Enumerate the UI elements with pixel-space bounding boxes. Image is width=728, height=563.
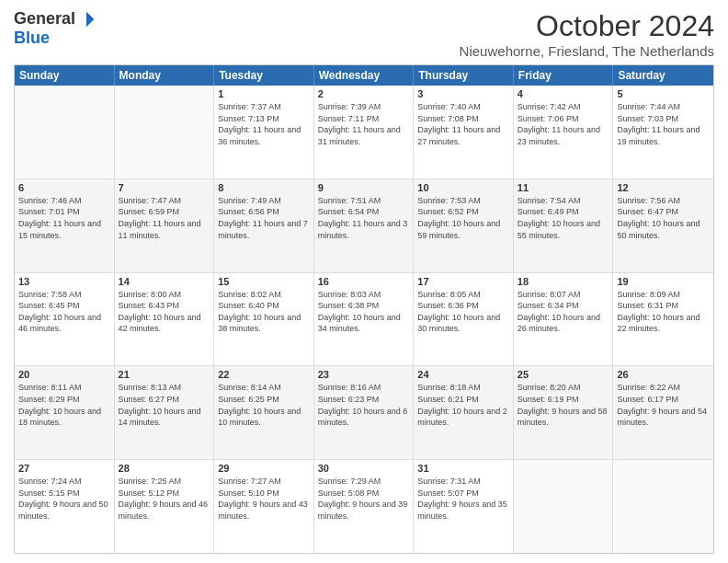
calendar-cell-28: 28Sunrise: 7:25 AM Sunset: 5:12 PM Dayli… <box>115 460 215 553</box>
calendar-cell-2: 2Sunrise: 7:39 AM Sunset: 7:11 PM Daylig… <box>314 86 415 178</box>
cell-info-6: Sunrise: 7:46 AM Sunset: 7:01 PM Dayligh… <box>18 195 110 241</box>
day-monday: Monday <box>115 65 215 86</box>
cell-date-25: 25 <box>518 369 609 380</box>
cell-info-11: Sunrise: 7:54 AM Sunset: 6:49 PM Dayligh… <box>518 195 609 241</box>
cell-date-14: 14 <box>119 276 210 287</box>
cell-date-7: 7 <box>119 182 210 193</box>
calendar: Sunday Monday Tuesday Wednesday Thursday… <box>14 64 714 554</box>
cell-info-18: Sunrise: 8:07 AM Sunset: 6:34 PM Dayligh… <box>518 289 609 335</box>
cell-info-23: Sunrise: 8:16 AM Sunset: 6:23 PM Dayligh… <box>318 382 410 428</box>
cell-date-16: 16 <box>318 276 410 287</box>
cell-info-10: Sunrise: 7:53 AM Sunset: 6:52 PM Dayligh… <box>417 195 509 241</box>
empty-cell <box>115 86 215 178</box>
cell-date-21: 21 <box>119 369 210 380</box>
location-title: Nieuwehorne, Friesland, The Netherlands <box>460 43 714 59</box>
cell-date-24: 24 <box>417 369 509 380</box>
cell-info-31: Sunrise: 7:31 AM Sunset: 5:07 PM Dayligh… <box>417 476 509 522</box>
calendar-cell-27: 27Sunrise: 7:24 AM Sunset: 5:15 PM Dayli… <box>15 460 115 553</box>
cell-info-22: Sunrise: 8:14 AM Sunset: 6:25 PM Dayligh… <box>218 382 310 428</box>
logo-blue-text: Blue <box>14 29 50 48</box>
cell-info-2: Sunrise: 7:39 AM Sunset: 7:11 PM Dayligh… <box>318 101 410 147</box>
calendar-cell-30: 30Sunrise: 7:29 AM Sunset: 5:08 PM Dayli… <box>314 460 415 553</box>
calendar-cell-15: 15Sunrise: 8:02 AM Sunset: 6:40 PM Dayli… <box>214 273 314 366</box>
cell-info-26: Sunrise: 8:22 AM Sunset: 6:17 PM Dayligh… <box>617 382 710 428</box>
calendar-cell-12: 12Sunrise: 7:56 AM Sunset: 6:47 PM Dayli… <box>613 179 713 272</box>
day-friday: Friday <box>514 65 614 86</box>
day-wednesday: Wednesday <box>314 65 415 86</box>
calendar-cell-16: 16Sunrise: 8:03 AM Sunset: 6:38 PM Dayli… <box>314 273 415 366</box>
calendar-cell-29: 29Sunrise: 7:27 AM Sunset: 5:10 PM Dayli… <box>214 460 314 553</box>
calendar-cell-3: 3Sunrise: 7:40 AM Sunset: 7:08 PM Daylig… <box>414 86 514 178</box>
cell-info-14: Sunrise: 8:00 AM Sunset: 6:43 PM Dayligh… <box>119 289 210 335</box>
empty-cell <box>514 460 614 553</box>
calendar-cell-5: 5Sunrise: 7:44 AM Sunset: 7:03 PM Daylig… <box>613 86 713 178</box>
cell-date-9: 9 <box>318 182 410 193</box>
cell-info-30: Sunrise: 7:29 AM Sunset: 5:08 PM Dayligh… <box>318 476 410 522</box>
cell-info-27: Sunrise: 7:24 AM Sunset: 5:15 PM Dayligh… <box>18 476 110 522</box>
cell-date-4: 4 <box>518 88 609 99</box>
calendar-cell-4: 4Sunrise: 7:42 AM Sunset: 7:06 PM Daylig… <box>514 86 614 178</box>
calendar-body: 1Sunrise: 7:37 AM Sunset: 7:13 PM Daylig… <box>15 86 713 553</box>
calendar-row-3: 13Sunrise: 7:58 AM Sunset: 6:45 PM Dayli… <box>15 273 713 367</box>
cell-date-2: 2 <box>318 88 410 99</box>
cell-date-15: 15 <box>218 276 310 287</box>
cell-date-3: 3 <box>417 88 509 99</box>
calendar-header: Sunday Monday Tuesday Wednesday Thursday… <box>15 65 713 86</box>
calendar-row-5: 27Sunrise: 7:24 AM Sunset: 5:15 PM Dayli… <box>15 460 713 553</box>
cell-info-21: Sunrise: 8:13 AM Sunset: 6:27 PM Dayligh… <box>119 382 210 428</box>
month-title: October 2024 <box>460 9 714 43</box>
calendar-cell-20: 20Sunrise: 8:11 AM Sunset: 6:29 PM Dayli… <box>15 366 115 459</box>
cell-date-26: 26 <box>617 369 710 380</box>
cell-date-5: 5 <box>617 88 710 99</box>
calendar-row-4: 20Sunrise: 8:11 AM Sunset: 6:29 PM Dayli… <box>15 366 713 460</box>
calendar-cell-17: 17Sunrise: 8:05 AM Sunset: 6:36 PM Dayli… <box>414 273 514 366</box>
calendar-cell-8: 8Sunrise: 7:49 AM Sunset: 6:56 PM Daylig… <box>214 179 314 272</box>
calendar-row-1: 1Sunrise: 7:37 AM Sunset: 7:13 PM Daylig… <box>15 86 713 179</box>
calendar-cell-10: 10Sunrise: 7:53 AM Sunset: 6:52 PM Dayli… <box>414 179 514 272</box>
cell-date-22: 22 <box>218 369 310 380</box>
cell-info-16: Sunrise: 8:03 AM Sunset: 6:38 PM Dayligh… <box>318 289 410 335</box>
calendar-cell-21: 21Sunrise: 8:13 AM Sunset: 6:27 PM Dayli… <box>115 366 215 459</box>
calendar-cell-13: 13Sunrise: 7:58 AM Sunset: 6:45 PM Dayli… <box>15 273 115 366</box>
cell-info-12: Sunrise: 7:56 AM Sunset: 6:47 PM Dayligh… <box>617 195 710 241</box>
cell-info-15: Sunrise: 8:02 AM Sunset: 6:40 PM Dayligh… <box>218 289 310 335</box>
cell-date-31: 31 <box>417 463 509 474</box>
calendar-cell-22: 22Sunrise: 8:14 AM Sunset: 6:25 PM Dayli… <box>214 366 314 459</box>
day-sunday: Sunday <box>15 65 115 86</box>
cell-date-20: 20 <box>18 369 110 380</box>
cell-info-24: Sunrise: 8:18 AM Sunset: 6:21 PM Dayligh… <box>417 382 509 428</box>
calendar-cell-26: 26Sunrise: 8:22 AM Sunset: 6:17 PM Dayli… <box>613 366 713 459</box>
calendar-cell-9: 9Sunrise: 7:51 AM Sunset: 6:54 PM Daylig… <box>314 179 415 272</box>
page: General Blue October 2024 Nieuwehorne, F… <box>0 0 728 563</box>
svg-marker-0 <box>86 11 94 27</box>
cell-date-6: 6 <box>18 182 110 193</box>
calendar-cell-31: 31Sunrise: 7:31 AM Sunset: 5:07 PM Dayli… <box>414 460 514 553</box>
cell-date-30: 30 <box>318 463 410 474</box>
cell-date-17: 17 <box>417 276 509 287</box>
cell-info-9: Sunrise: 7:51 AM Sunset: 6:54 PM Dayligh… <box>318 195 410 241</box>
cell-info-25: Sunrise: 8:20 AM Sunset: 6:19 PM Dayligh… <box>518 382 609 428</box>
calendar-cell-25: 25Sunrise: 8:20 AM Sunset: 6:19 PM Dayli… <box>514 366 614 459</box>
cell-date-19: 19 <box>617 276 710 287</box>
empty-cell <box>613 460 713 553</box>
cell-info-28: Sunrise: 7:25 AM Sunset: 5:12 PM Dayligh… <box>119 476 210 522</box>
cell-date-23: 23 <box>318 369 410 380</box>
cell-info-17: Sunrise: 8:05 AM Sunset: 6:36 PM Dayligh… <box>417 289 509 335</box>
cell-info-1: Sunrise: 7:37 AM Sunset: 7:13 PM Dayligh… <box>218 101 310 147</box>
cell-date-12: 12 <box>617 182 710 193</box>
cell-date-28: 28 <box>119 463 210 474</box>
calendar-cell-18: 18Sunrise: 8:07 AM Sunset: 6:34 PM Dayli… <box>514 273 614 366</box>
day-tuesday: Tuesday <box>214 65 314 86</box>
logo-icon <box>77 10 96 29</box>
calendar-cell-11: 11Sunrise: 7:54 AM Sunset: 6:49 PM Dayli… <box>514 179 614 272</box>
cell-info-8: Sunrise: 7:49 AM Sunset: 6:56 PM Dayligh… <box>218 195 310 241</box>
cell-info-29: Sunrise: 7:27 AM Sunset: 5:10 PM Dayligh… <box>218 476 310 522</box>
cell-info-5: Sunrise: 7:44 AM Sunset: 7:03 PM Dayligh… <box>617 101 710 147</box>
cell-date-13: 13 <box>18 276 110 287</box>
calendar-cell-6: 6Sunrise: 7:46 AM Sunset: 7:01 PM Daylig… <box>15 179 115 272</box>
header: General Blue October 2024 Nieuwehorne, F… <box>14 9 714 59</box>
calendar-row-2: 6Sunrise: 7:46 AM Sunset: 7:01 PM Daylig… <box>15 179 713 273</box>
cell-date-8: 8 <box>218 182 310 193</box>
cell-date-18: 18 <box>518 276 609 287</box>
logo-general-text: General <box>14 9 75 29</box>
